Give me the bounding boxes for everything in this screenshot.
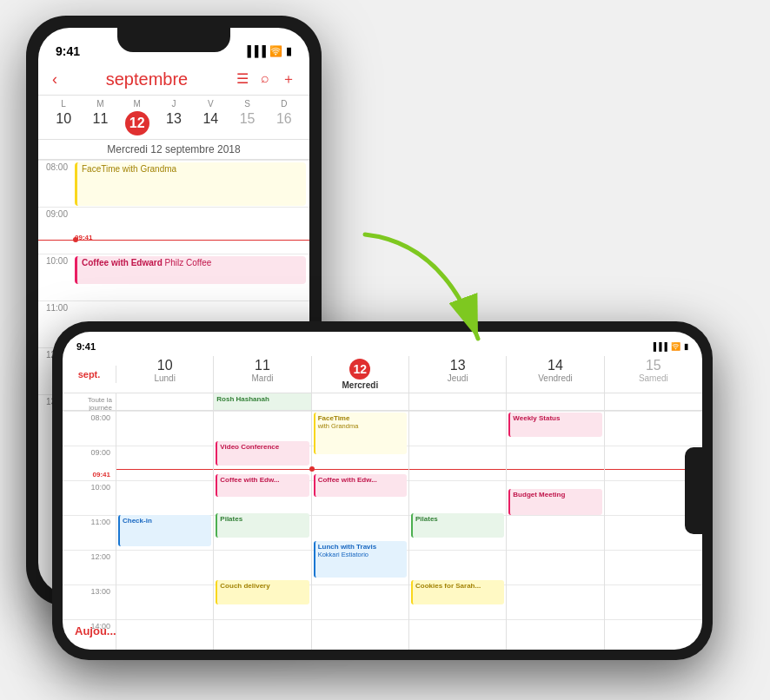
- landscape-time-labels: 08:00 09:00 09:41 10:00 11:00 12:00 13:0…: [63, 411, 116, 650]
- landscape-signal-icon: ▐▐▐: [651, 342, 667, 351]
- lnd-event-pilates-2[interactable]: Pilates: [411, 513, 504, 538]
- event-coffee-edward[interactable]: Coffee with Edward Philz Coffee: [75, 256, 306, 284]
- landscape-day-columns: Check-in Video: [116, 411, 702, 650]
- lnd-day-15[interactable]: 15 Samedi: [605, 356, 702, 393]
- week-cell-0[interactable]: L 10: [45, 99, 82, 135]
- lnd-time-08: 08:00: [63, 411, 116, 446]
- current-time-line-col1: [214, 469, 310, 470]
- lnd-event-couch[interactable]: Couch delivery: [216, 580, 309, 604]
- landscape-col-1: Video Conference Coffee with Edw... Pila…: [214, 411, 311, 650]
- landscape-month-label: sept.: [63, 366, 116, 383]
- notch-portrait: [117, 28, 230, 52]
- landscape-col-0: Check-in: [116, 411, 214, 650]
- lnd-event-pilates-1[interactable]: Pilates: [216, 513, 309, 538]
- lnd-time-10: 10:00: [63, 480, 116, 515]
- lnd-day-14[interactable]: 14 Vendredi: [507, 356, 604, 393]
- allday-cell-3: [409, 393, 507, 410]
- week-cell-2-today[interactable]: M 12: [119, 99, 156, 135]
- current-time-dot-col2: [309, 466, 315, 472]
- current-time-line-col2: [312, 469, 408, 470]
- week-cell-5[interactable]: S 15: [229, 99, 265, 135]
- lnd-event-facetime[interactable]: FaceTime with Grandma: [314, 413, 407, 454]
- current-time-dot: [73, 237, 78, 242]
- allday-cell-1[interactable]: Rosh Hashanah: [214, 393, 311, 410]
- lnd-time-11: 11:00: [63, 515, 116, 550]
- event-facetime-grandma[interactable]: FaceTime with Grandma: [75, 162, 306, 206]
- allday-label: Toute la journée: [63, 393, 116, 410]
- week-cell-6[interactable]: D 16: [266, 99, 302, 135]
- landscape-col-2: FaceTime with Grandma Coffee with Edw...…: [312, 411, 409, 650]
- lnd-event-checkin[interactable]: Check-in: [118, 515, 211, 546]
- lnd-event-cookies[interactable]: Cookies for Sarah...: [411, 580, 504, 604]
- week-cell-3[interactable]: J 13: [156, 99, 192, 135]
- lnd-time-09: 09:00 09:41: [63, 446, 116, 480]
- landscape-allday-row: Toute la journée Rosh Hashanah: [63, 393, 702, 411]
- lnd-time-12: 12:00: [63, 550, 116, 584]
- landscape-col-3: Pilates Cookies for Sarah...: [409, 411, 507, 650]
- lnd-event-coffee-edw-1[interactable]: Coffee with Edw...: [216, 474, 309, 497]
- portrait-status-icons: ▐▐▐ 🛜 ▮: [243, 45, 292, 57]
- lnd-event-lunch-travis[interactable]: Lunch with Travis Kokkari Estiatorio: [314, 541, 407, 578]
- back-arrow-icon[interactable]: ‹: [52, 70, 57, 89]
- portrait-time: 9:41: [56, 44, 80, 58]
- search-icon[interactable]: ⌕: [261, 70, 269, 89]
- portrait-month-title: septembre: [106, 69, 189, 89]
- allday-cell-0: [116, 393, 214, 410]
- portrait-date-subtitle: Mercredi 12 septembre 2018: [38, 140, 309, 160]
- add-icon[interactable]: ＋: [282, 70, 295, 89]
- week-cell-1[interactable]: M 11: [82, 99, 118, 135]
- battery-icon: ▮: [286, 45, 292, 57]
- current-time-line-col0: [116, 469, 213, 470]
- landscape-col-4: Weekly Status Budget Meeting: [507, 411, 604, 650]
- portrait-row-09: 09:00 09:41: [38, 207, 309, 254]
- aujourdhui-button[interactable]: Aujou...: [75, 624, 116, 637]
- week-cell-4[interactable]: V 14: [192, 99, 229, 135]
- landscape-wifi-icon: 🛜: [671, 342, 680, 351]
- lnd-event-weekly-status[interactable]: Weekly Status: [508, 413, 601, 437]
- lnd-event-budget[interactable]: Budget Meeting: [508, 489, 601, 515]
- allday-cell-5: [605, 393, 702, 410]
- landscape-time: 9:41: [76, 341, 96, 352]
- signal-icon: ▐▐▐: [243, 45, 266, 57]
- lnd-day-10[interactable]: 10 Lundi: [116, 356, 214, 393]
- landscape-grid: 08:00 09:00 09:41 10:00 11:00 12:00 13:0…: [63, 411, 702, 650]
- arrow-svg: [339, 217, 513, 373]
- current-time-line-col4: [507, 469, 603, 470]
- allday-cell-2: [312, 393, 409, 410]
- landscape-battery-icon: ▮: [684, 342, 688, 351]
- arrow-container: [339, 217, 513, 373]
- allday-cells: Rosh Hashanah: [116, 393, 702, 410]
- portrait-cal-header: ‹ septembre ☰ ⌕ ＋: [38, 66, 309, 96]
- portrait-row-10: 10:00 Coffee with Edward Philz Coffee: [38, 254, 309, 300]
- wifi-icon: 🛜: [269, 45, 282, 57]
- lnd-time-13: 13:00: [63, 584, 116, 619]
- list-icon[interactable]: ☰: [236, 70, 249, 89]
- landscape-status-icons: ▐▐▐ 🛜 ▮: [651, 342, 688, 351]
- notch-landscape: [685, 447, 702, 534]
- allday-cell-4: [507, 393, 604, 410]
- portrait-row-08: 08:00 FaceTime with Grandma: [38, 160, 309, 207]
- portrait-week-strip: L 10 M 11 M 12 J 13 V 14 S 15: [38, 96, 309, 140]
- lnd-event-coffee-edw-2[interactable]: Coffee with Edw...: [314, 474, 407, 497]
- lnd-day-11[interactable]: 11 Mardi: [214, 356, 311, 393]
- portrait-header-icons: ☰ ⌕ ＋: [236, 70, 295, 89]
- current-time-line: [38, 240, 309, 241]
- current-time-line-col3: [409, 469, 506, 470]
- lnd-event-video-conf[interactable]: Video Conference: [216, 441, 309, 466]
- landscape-screen: 9:41 ▐▐▐ 🛜 ▮ sept. 10 Lundi 11 Mardi: [63, 332, 702, 650]
